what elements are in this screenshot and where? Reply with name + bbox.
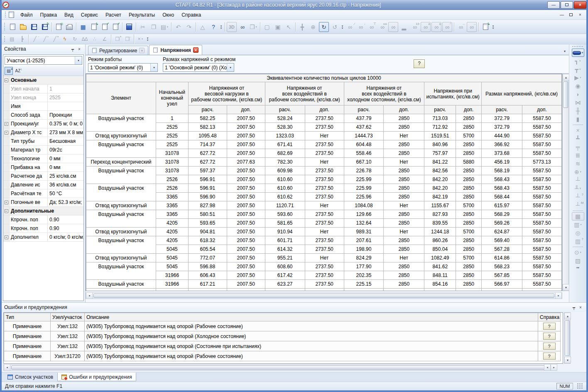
open-folder-icon[interactable]: [18, 22, 28, 32]
show-displacements-icon[interactable]: ∞↓: [356, 22, 366, 32]
table-row[interactable]: Воздушный участок31966617.212007.50623.2…: [86, 280, 562, 289]
menu-item-7[interactable]: Справка: [178, 11, 205, 19]
close-button[interactable]: ×: [574, 1, 586, 9]
bellows-icon[interactable]: ▥▾: [572, 220, 584, 229]
show-support-icon[interactable]: ▂: [399, 22, 409, 32]
mdi-restore-button[interactable]: [566, 12, 576, 18]
support-custom-icon[interactable]: ┴?: [572, 193, 584, 201]
mdi-minimize-button[interactable]: —: [557, 12, 566, 18]
pin-icon[interactable]: ┯: [571, 304, 577, 311]
property-row[interactable]: Узел начала1: [3, 85, 83, 93]
table-row[interactable]: 4205593.652007.50581.652737.50132.642850…: [86, 219, 562, 228]
error-help-button[interactable]: ?: [543, 343, 556, 350]
property-row[interactable]: +Проекции/уг0.375 м; 0 м; 0 м: [3, 120, 83, 128]
copy-icon[interactable]: ❐: [149, 22, 159, 32]
find-binoculars-icon[interactable]: ∞: [238, 22, 247, 32]
tablist-dropdown-icon[interactable]: ▾: [561, 47, 568, 55]
angle-icon[interactable]: ∠: [100, 35, 109, 43]
property-row[interactable]: Расчетное да25 кгс/кв.см: [3, 172, 83, 181]
table-columns-icon[interactable]: ▦: [78, 22, 88, 32]
property-row[interactable]: Технологиче0 мм: [3, 154, 83, 163]
minimize-button[interactable]: —: [547, 1, 560, 9]
property-row[interactable]: +Диаметр X тс273 мм X 8 мм: [3, 128, 83, 137]
scrollbar-thumb[interactable]: [563, 81, 568, 108]
toolbar-overflow-icon[interactable]: ▾▾: [340, 22, 345, 32]
import-document-icon[interactable]: ✔: [110, 22, 120, 32]
menu-item-2[interactable]: Вид: [61, 11, 77, 19]
scroll-right-icon[interactable]: ▸: [555, 292, 562, 299]
restore-button[interactable]: [561, 1, 573, 9]
pan-icon[interactable]: ╋: [297, 22, 307, 32]
property-section-row[interactable]: −Основные: [3, 76, 83, 85]
table-row[interactable]: 31966606.432007.50617.422737.50202.35285…: [86, 271, 562, 280]
support-sliding-icon[interactable]: ╤: [572, 143, 584, 151]
sort-az-button[interactable]: AZ↓: [14, 67, 22, 75]
check-document-icon[interactable]: ✔: [100, 22, 110, 32]
object-selector-combobox[interactable]: Участок (1-2525) ▾: [5, 56, 82, 65]
structure-icon[interactable]: △: [198, 22, 208, 32]
mirror-fragment-icon[interactable]: ∆∆: [80, 35, 89, 43]
property-row[interactable]: Узел конца2525: [3, 93, 83, 102]
tab-stresses[interactable]: Напряжения×: [149, 45, 202, 55]
close-panel-icon[interactable]: ×: [577, 304, 584, 311]
zoom-extent-icon[interactable]: ▣: [273, 22, 283, 32]
pane-scroll-right-icon[interactable]: ▸: [551, 364, 557, 371]
toolbar-overflow-icon[interactable]: ▾▾: [491, 22, 495, 32]
error-help-button[interactable]: ?: [543, 333, 556, 340]
toolbar-overflow-icon[interactable]: ▾▾: [145, 34, 150, 44]
scroll-up-icon[interactable]: ▲: [564, 313, 571, 319]
property-row[interactable]: Кпрочн. поп0.90: [3, 216, 83, 224]
scroll-down-icon[interactable]: ▼: [564, 357, 571, 363]
errors-row[interactable]: ПримечаниеУзел:31720(W305) Трубопровод п…: [4, 351, 561, 361]
scrollbar-thumb[interactable]: [11, 365, 547, 370]
show-a-icon[interactable]: ∞a: [421, 22, 431, 32]
pipe-icon[interactable]: ▾: [572, 49, 584, 57]
table-row[interactable]: Воздушный участок2526596.912007.50610.60…: [86, 184, 562, 193]
print-preview-icon[interactable]: ◎: [54, 22, 64, 32]
table-row[interactable]: Отвод крутоизогнутый4205904.812007.50910…: [86, 228, 562, 236]
help-button[interactable]: ?: [414, 59, 425, 68]
property-row[interactable]: Кпрочн. поп0.90: [3, 224, 83, 233]
show-model-icon[interactable]: ∞: [388, 22, 398, 32]
scroll-up-icon[interactable]: ▲: [563, 74, 569, 81]
paste-icon[interactable]: ▤▾: [159, 22, 169, 32]
show-supports-icon[interactable]: ∞┴: [442, 22, 452, 32]
cap-icon[interactable]: ◗: [572, 90, 584, 98]
property-row[interactable]: Имя: [3, 102, 83, 111]
chevron-down-icon[interactable]: ▾: [150, 64, 157, 71]
show-10-icon[interactable]: ∞10: [410, 22, 420, 32]
property-row[interactable]: Тип трубыБесшовная: [3, 137, 83, 146]
errors-row[interactable]: ПримечаниеУзел:132(W305) Трубопровод под…: [4, 341, 561, 351]
close-panel-icon[interactable]: ×: [76, 46, 83, 52]
bellows-axial-icon[interactable]: ▦: [572, 212, 584, 220]
undo-icon[interactable]: ↶: [173, 22, 183, 32]
export-scheme-icon[interactable]: ↳: [89, 22, 99, 32]
table-row[interactable]: Переход концентрический31078627.722077.6…: [86, 158, 562, 167]
table-row[interactable]: Воздушный участок31078597.372007.50609.9…: [86, 167, 562, 175]
property-section-row[interactable]: −Дополнительные: [3, 207, 83, 216]
bottom-tab-sections-list[interactable]: Список участков: [3, 372, 57, 381]
property-row[interactable]: Материал тр09г2с: [3, 146, 83, 154]
support-flat-icon[interactable]: ┴: [572, 176, 584, 184]
collapse-icon[interactable]: −: [5, 209, 8, 213]
show-loads-icon[interactable]: ∞⁄: [345, 22, 355, 32]
elbow-icon[interactable]: ┓▾: [572, 57, 584, 65]
expand-icon[interactable]: +: [5, 235, 8, 239]
magnet-icon[interactable]: ϟ: [60, 35, 69, 43]
errors-vertical-scrollbar[interactable]: ▲ ▼: [564, 312, 571, 364]
menu-item-1[interactable]: Правка: [37, 11, 61, 19]
rotate-fragment-icon[interactable]: ↻: [70, 35, 79, 43]
toolbar-overflow-icon[interactable]: ▾▾: [576, 265, 580, 270]
menu-item-0[interactable]: Файл: [17, 11, 37, 19]
bellows-double-icon[interactable]: ◎: [572, 229, 584, 237]
fitting-icon[interactable]: ▮: [572, 115, 584, 123]
zoom-window-icon[interactable]: ▢: [262, 22, 272, 32]
mode-combobox[interactable]: 1 'Основной режим' (0) ▾: [88, 63, 158, 72]
refresh-icon[interactable]: ↻: [319, 22, 329, 32]
spring-icon[interactable]: ≋: [572, 159, 584, 168]
error-help-button[interactable]: ?: [543, 353, 556, 360]
bottom-tab-errors[interactable]: Ошибки и предупреждения: [57, 372, 136, 381]
anchor-hatch-icon[interactable]: ▨: [572, 257, 584, 265]
support-m-icon[interactable]: ┴M: [572, 201, 584, 209]
collapse-icon[interactable]: −: [5, 78, 8, 82]
